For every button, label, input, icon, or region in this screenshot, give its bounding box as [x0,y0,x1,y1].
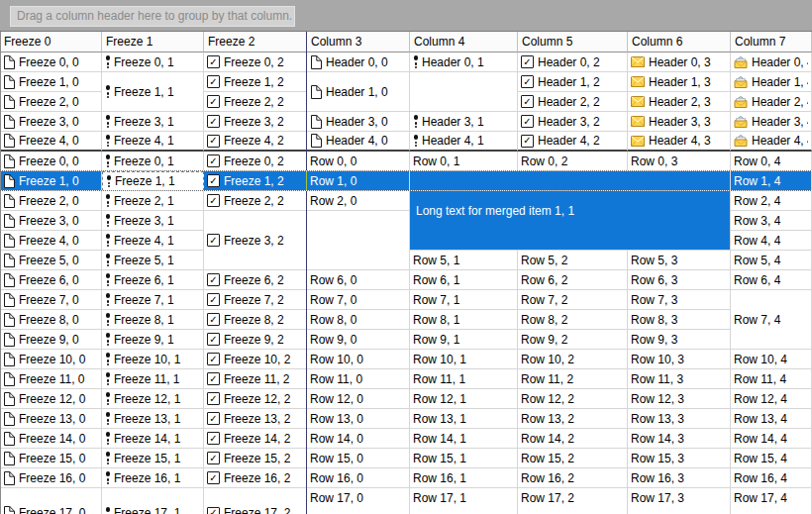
header-cell[interactable]: Freeze 1, 1 [102,72,204,112]
grid-cell[interactable]: Row 15, 2 [518,449,628,468]
column-header[interactable]: Freeze 1 [102,32,204,52]
grid-cell[interactable]: Row 17, 3 [628,488,731,514]
header-cell[interactable]: Header 1, 0 [307,72,410,112]
grid-cell[interactable]: Row 9, 2 [518,330,628,350]
grid-cell[interactable]: Row 0, 4 [731,152,812,171]
grid-cell[interactable]: Row 17, 4 [731,488,812,514]
grid-cell[interactable]: Freeze 8, 0 [0,310,102,330]
column-header[interactable]: Column 5 [518,32,628,52]
header-cell[interactable]: Header 0, 0 [307,52,410,72]
header-cell[interactable]: Header 3, 1 [410,112,518,132]
header-cell[interactable]: ✓Header 2, 2 [518,92,628,112]
grid-cell[interactable]: ✓Freeze 14, 2 [204,429,307,449]
grid-cell[interactable]: Row 15, 1 [410,449,518,468]
grid-cell[interactable]: Freeze 2, 0 [0,191,102,211]
grid-cell[interactable]: Row 10, 1 [410,350,518,369]
grid-cell[interactable]: Row 13, 0 [307,409,410,429]
grid-cell[interactable]: Row 12, 0 [307,389,410,409]
grid-cell[interactable]: ✓Freeze 16, 2 [204,468,307,488]
grid-cell[interactable]: Row 11, 1 [410,369,518,389]
grid-cell[interactable]: Row 1, 4 [731,171,812,191]
grid-cell[interactable]: Row 15, 4 [731,449,812,468]
grid-cell[interactable]: Row 7, 2 [518,290,628,310]
grid-cell[interactable]: ✓Freeze 8, 2 [204,310,307,330]
grid-cell[interactable]: Freeze 13, 0 [0,409,102,429]
grid-cell[interactable]: Row 12, 3 [628,389,731,409]
grid-cell[interactable]: Freeze 7, 1 [102,290,204,310]
grid-cell[interactable]: Freeze 12, 0 [0,389,102,409]
grid-cell[interactable]: Freeze 0, 0 [0,152,102,171]
grid-cell[interactable]: Row 13, 3 [628,409,731,429]
header-cell[interactable]: Header 4, 0 [307,132,410,152]
grid-cell[interactable]: Row 8, 1 [410,310,518,330]
header-cell[interactable]: Header 3, 4 [731,112,812,132]
grid-cell[interactable]: Row 13, 4 [731,409,812,429]
grid-cell[interactable]: Row 10, 2 [518,350,628,369]
grid-cell[interactable]: Freeze 3, 0 [0,211,102,231]
grid-cell[interactable]: Row 16, 0 [307,468,410,488]
grid-cell[interactable]: Row 12, 4 [731,389,812,409]
header-cell[interactable]: Freeze 0, 1 [102,52,204,72]
grid-cell[interactable]: Row 9, 0 [307,330,410,350]
grid-cell[interactable]: Row 12, 1 [410,389,518,409]
grid-cell[interactable]: Row 5, 2 [518,251,628,270]
header-cell[interactable]: Header 0, 3 [628,52,731,72]
grid-cell[interactable]: Row 6, 2 [518,270,628,290]
grid-cell[interactable]: Row 7, 0 [307,290,410,310]
grid-cell[interactable]: Row 7, 4 [731,290,812,350]
grid-cell[interactable]: Row 10, 4 [731,350,812,369]
grid-cell[interactable]: Row 12, 2 [518,389,628,409]
column-header[interactable]: Freeze 0 [0,32,102,52]
grid-cell[interactable]: Row 10, 3 [628,350,731,369]
grid-cell[interactable]: Freeze 8, 1 [102,310,204,330]
grid-cell[interactable]: Freeze 7, 0 [0,290,102,310]
grid-cell[interactable]: Freeze 6, 0 [0,270,102,290]
header-cell[interactable]: Header 2, 4 [731,92,812,112]
grid-cell[interactable]: Row 7, 1 [410,290,518,310]
grid-cell[interactable]: Row 1, 0 [307,171,410,191]
grid-cell[interactable]: Row 8, 3 [628,310,731,330]
grid-cell[interactable]: Freeze 6, 1 [102,270,204,290]
header-cell[interactable]: ✓Freeze 4, 2 [204,132,307,152]
header-cell[interactable]: Header 1, 3 [628,72,731,92]
header-cell[interactable]: Header 0, 4 [731,52,812,72]
grid-cell[interactable]: Freeze 2, 1 [102,191,204,211]
grid-cell[interactable]: Row 5, 1 [410,251,518,270]
header-cell[interactable]: ✓Freeze 3, 2 [204,112,307,132]
header-cell[interactable]: Header 3, 0 [307,112,410,132]
grid-cell[interactable]: Row 7, 3 [628,290,731,310]
group-by-hint[interactable]: Drag a column header here to group by th… [10,6,295,27]
grid-cell[interactable]: ✓Freeze 11, 2 [204,369,307,389]
grid-cell[interactable]: ✓Freeze 1, 2 [204,171,307,191]
header-cell[interactable]: Header 4, 3 [628,132,731,152]
grid-cell[interactable]: Freeze 1, 1 [102,171,204,191]
header-cell[interactable]: ✓Freeze 2, 2 [204,92,307,112]
header-cell[interactable]: Freeze 3, 1 [102,112,204,132]
grid-cell[interactable]: Row 15, 3 [628,449,731,468]
grid-cell[interactable]: Row 14, 2 [518,429,628,449]
header-cell[interactable]: Freeze 1, 0 [0,72,102,92]
grid-cell[interactable]: Freeze 15, 1 [102,449,204,468]
grid-cell[interactable]: ✓Freeze 2, 2 [204,191,307,211]
grid-cell[interactable]: Freeze 5, 1 [102,251,204,270]
grid-cell[interactable]: ✓Freeze 12, 2 [204,389,307,409]
header-cell[interactable] [410,72,518,112]
grid-cell[interactable]: Freeze 15, 0 [0,449,102,468]
grid-cell[interactable]: ✓Freeze 10, 2 [204,350,307,369]
grid-cell[interactable]: Freeze 14, 0 [0,429,102,449]
grid-cell[interactable]: ✓Freeze 17, 2 [204,488,307,514]
grid-cell[interactable]: Row 14, 0 [307,429,410,449]
grid-cell[interactable]: Row 6, 0 [307,270,410,290]
grid-cell[interactable]: Row 15, 0 [307,449,410,468]
grid-cell[interactable]: Row 0, 0 [307,152,410,171]
grid-cell[interactable]: Row 11, 3 [628,369,731,389]
grid-cell[interactable]: Freeze 5, 0 [0,251,102,270]
header-cell[interactable]: Freeze 0, 0 [0,52,102,72]
header-cell[interactable]: Header 0, 1 [410,52,518,72]
grid-cell[interactable]: Row 6, 1 [410,270,518,290]
header-cell[interactable]: Freeze 4, 1 [102,132,204,152]
grid-cell[interactable]: Freeze 9, 1 [102,330,204,350]
header-cell[interactable]: ✓Header 3, 2 [518,112,628,132]
grid-cell[interactable]: Freeze 17, 1 [102,488,204,514]
grid-cell[interactable]: ✓Freeze 13, 2 [204,409,307,429]
